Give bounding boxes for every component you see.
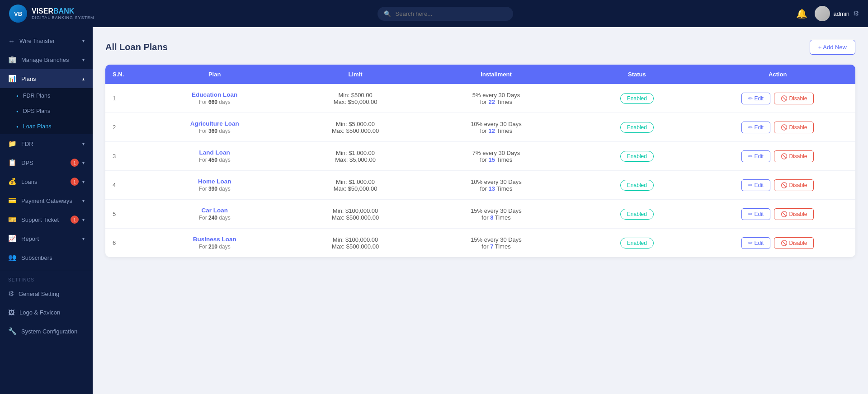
cell-installment: 15% every 30 Days for 8 Times xyxy=(426,207,566,221)
sidebar-label-subscribers: Subscribers xyxy=(21,254,52,261)
sidebar-item-fdr-plans[interactable]: ● FDR Plans xyxy=(0,88,93,103)
sidebar-item-payment-gateways[interactable]: 💳 Payment Gateways ▾ xyxy=(0,191,93,210)
sidebar-label-general-setting: General Setting xyxy=(19,291,59,297)
cell-limit: Min: $100,000.00 Max: $500,000.00 xyxy=(285,207,425,221)
payment-gateways-icon: 💳 xyxy=(8,197,17,205)
sidebar-label-wire-transfer: Wire Transfer xyxy=(19,38,55,44)
sidebar-item-wire-transfer[interactable]: ↔ Wire Transfer ▾ xyxy=(0,32,93,50)
sidebar-label-fdr-plans: FDR Plans xyxy=(23,93,50,99)
settings-label: SETTINGS xyxy=(0,273,93,284)
limit-max: Max: $50,000.00 xyxy=(285,98,425,105)
disable-button[interactable]: 🚫 Disable xyxy=(774,179,814,191)
sidebar-item-subscribers[interactable]: 👥 Subscribers xyxy=(0,248,93,267)
cell-status: Enabled xyxy=(566,151,707,162)
sidebar-label-loans: Loans xyxy=(21,178,37,185)
cell-plan: Education Loan For 660 days xyxy=(144,91,285,105)
disable-button[interactable]: 🚫 Disable xyxy=(774,93,814,104)
plan-days: For 360 days xyxy=(144,128,285,134)
sidebar-item-general-setting[interactable]: ⚙ General Setting xyxy=(0,284,93,303)
install-rate: 10% every 30 Days xyxy=(426,121,566,127)
status-badge: Enabled xyxy=(620,122,654,133)
limit-max: Max: $50,000.00 xyxy=(285,185,425,192)
search-input[interactable] xyxy=(377,7,513,21)
avatar-wrap[interactable]: admin ⚙ xyxy=(815,6,859,21)
sidebar-item-loans[interactable]: 💰 Loans 1 ▾ xyxy=(0,172,93,191)
cell-sn: 4 xyxy=(113,182,144,188)
edit-button[interactable]: ✏ Edit xyxy=(741,93,770,104)
plan-days: For 660 days xyxy=(144,99,285,105)
install-rate: 15% every 30 Days xyxy=(426,236,566,243)
cell-sn: 2 xyxy=(113,124,144,131)
edit-button[interactable]: ✏ Edit xyxy=(741,150,770,162)
limit-max: Max: $500,000.00 xyxy=(285,127,425,134)
sidebar-item-system-config[interactable]: 🔧 System Configuration xyxy=(0,322,93,341)
chevron-icon: ▾ xyxy=(82,38,85,43)
cell-action: ✏ Edit 🚫 Disable xyxy=(708,122,848,133)
sidebar-item-support-ticket[interactable]: 🎫 Support Ticket 1 ▾ xyxy=(0,210,93,229)
general-setting-icon: ⚙ xyxy=(8,290,14,298)
cell-action: ✏ Edit 🚫 Disable xyxy=(708,93,848,104)
table-row: 2 Agriculture Loan For 360 days Min: $5,… xyxy=(105,113,855,142)
chevron-icon: ▾ xyxy=(82,141,85,146)
install-times: for 8 Times xyxy=(426,214,566,221)
sidebar-item-report[interactable]: 📈 Report ▾ xyxy=(0,229,93,248)
disable-button[interactable]: 🚫 Disable xyxy=(774,237,814,249)
disable-button[interactable]: 🚫 Disable xyxy=(774,122,814,133)
cell-limit: Min: $5,000.00 Max: $500,000.00 xyxy=(285,121,425,134)
cell-limit: Min: $500.00 Max: $50,000.00 xyxy=(285,92,425,105)
logo-subtitle: DIGITAL BANKING SYSTEM xyxy=(32,15,94,20)
edit-button[interactable]: ✏ Edit xyxy=(741,208,770,220)
disable-button[interactable]: 🚫 Disable xyxy=(774,208,814,220)
sidebar-item-logo-favicon[interactable]: 🖼 Logo & Favicon xyxy=(0,303,93,322)
col-header-status: Status xyxy=(566,71,707,78)
loan-plans-table: S.N. Plan Limit Installment Status Actio… xyxy=(105,65,855,257)
plan-days: For 210 days xyxy=(144,244,285,250)
col-header-limit: Limit xyxy=(285,71,425,78)
table-row: 4 Home Loan For 390 days Min: $1,000.00 … xyxy=(105,171,855,200)
col-header-action: Action xyxy=(708,71,848,78)
logo: VB VISERBANK DIGITAL BANKING SYSTEM xyxy=(9,5,94,23)
cell-installment: 10% every 30 Days for 12 Times xyxy=(426,121,566,134)
install-times: for 7 Times xyxy=(426,243,566,250)
navbar-right: 🔔 admin ⚙ xyxy=(796,6,859,21)
dps-badge: 1 xyxy=(71,159,79,167)
sidebar-label-dps: DPS xyxy=(21,159,33,166)
cell-status: Enabled xyxy=(566,93,707,104)
cell-installment: 7% every 30 Days for 15 Times xyxy=(426,150,566,163)
status-badge: Enabled xyxy=(620,93,654,104)
chevron-icon: ▾ xyxy=(82,179,85,184)
sidebar-item-loan-plans[interactable]: ● Loan Plans xyxy=(0,119,93,134)
edit-button[interactable]: ✏ Edit xyxy=(741,122,770,133)
limit-max: Max: $500,000.00 xyxy=(285,243,425,250)
install-times: for 15 Times xyxy=(426,156,566,163)
install-rate: 5% every 30 Days xyxy=(426,92,566,98)
sidebar-item-plans[interactable]: 📊 Plans ▴ xyxy=(0,69,93,88)
notification-icon[interactable]: 🔔 xyxy=(796,8,807,19)
cell-installment: 10% every 30 Days for 13 Times xyxy=(426,178,566,192)
plan-name: Business Loan xyxy=(144,236,285,243)
disable-button[interactable]: 🚫 Disable xyxy=(774,150,814,162)
install-times: for 13 Times xyxy=(426,185,566,192)
sidebar-label-system-config: System Configuration xyxy=(21,328,77,335)
cell-sn: 1 xyxy=(113,95,144,102)
add-new-button[interactable]: + Add New xyxy=(810,40,855,55)
edit-button[interactable]: ✏ Edit xyxy=(741,237,770,249)
sidebar-item-dps[interactable]: 📋 DPS 1 ▾ xyxy=(0,153,93,172)
cell-status: Enabled xyxy=(566,238,707,249)
edit-button[interactable]: ✏ Edit xyxy=(741,179,770,191)
sub-dot-fdr: ● xyxy=(16,94,19,98)
limit-min: Min: $5,000.00 xyxy=(285,121,425,127)
logo-text-wrap: VISERBANK DIGITAL BANKING SYSTEM xyxy=(32,7,94,20)
sidebar-item-manage-branches[interactable]: 🏢 Manage Branches ▾ xyxy=(0,50,93,69)
sidebar-item-dps-plans[interactable]: ● DPS Plans xyxy=(0,103,93,119)
report-icon: 📈 xyxy=(8,235,17,243)
layout: ↔ Wire Transfer ▾ 🏢 Manage Branches ▾ 📊 … xyxy=(0,27,868,394)
sidebar-item-fdr[interactable]: 📁 FDR ▾ xyxy=(0,134,93,153)
search-wrap: 🔍 xyxy=(377,7,513,21)
plan-name: Car Loan xyxy=(144,207,285,214)
system-config-icon: 🔧 xyxy=(8,327,17,335)
logo-icon: VB xyxy=(9,5,27,23)
gear-icon[interactable]: ⚙ xyxy=(853,9,859,18)
loans-badge: 1 xyxy=(71,178,79,186)
limit-min: Min: $1,000.00 xyxy=(285,178,425,185)
